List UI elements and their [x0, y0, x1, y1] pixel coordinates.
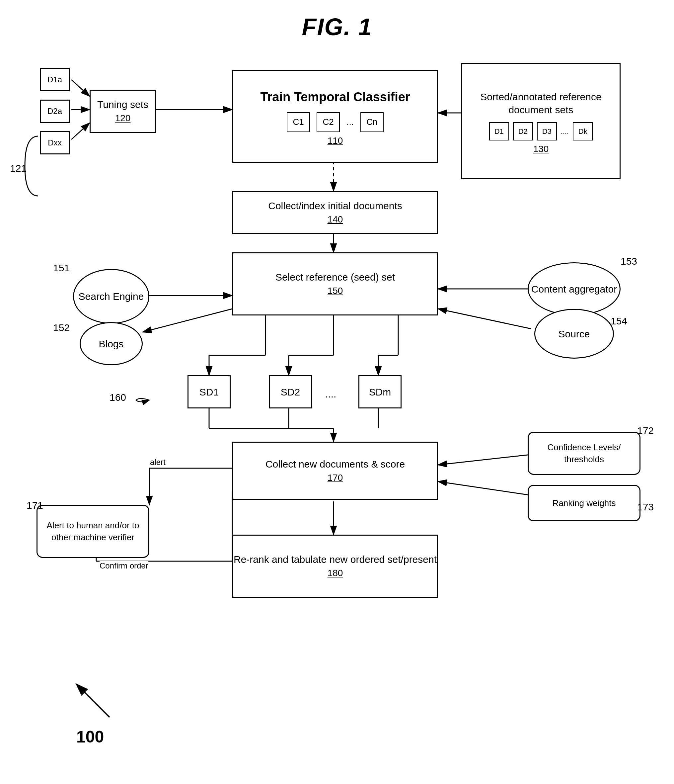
train-classifier-box: Train Temporal Classifier C1 C2 ... Cn 1… — [232, 70, 438, 163]
alert-ref: 171 — [26, 500, 43, 511]
collect-index-box: Collect/index initial documents 140 — [232, 191, 438, 234]
collect-score-box: Collect new documents & score 170 — [232, 442, 438, 500]
confirm-order-label: Confirm order — [99, 561, 148, 571]
sdm-box: SDm — [359, 375, 402, 408]
ranking-ref: 173 — [637, 501, 654, 513]
source-oval: Source — [534, 309, 614, 359]
svg-line-29 — [438, 482, 528, 495]
sorted-ref-box: Sorted/annotated reference document sets… — [461, 63, 621, 179]
svg-line-6 — [71, 80, 90, 96]
d2a-box: D2a — [40, 100, 70, 123]
sd-ref-num: 160 — [110, 392, 126, 403]
main-ref-arrow — [66, 674, 116, 725]
confidence-levels-box: Confidence Levels/ thresholds — [528, 432, 640, 475]
search-engine-ref: 151 — [53, 262, 70, 274]
svg-line-13 — [438, 309, 531, 329]
sd-ref-label — [133, 395, 153, 408]
search-engine-oval: Search Engine — [73, 269, 149, 324]
svg-line-11 — [143, 309, 232, 332]
source-ref: 154 — [610, 316, 627, 327]
blogs-oval: Blogs — [80, 322, 143, 365]
d-ref-num: 121 — [10, 163, 26, 174]
svg-line-28 — [438, 455, 528, 465]
tuning-sets-box: Tuning sets 120 — [90, 90, 156, 133]
main-ref-num: 100 — [76, 727, 104, 747]
svg-line-36 — [76, 684, 110, 717]
select-reference-box: Select reference (seed) set 150 — [232, 252, 438, 316]
sd2-box: SD2 — [269, 375, 312, 408]
content-aggregator-ref: 153 — [621, 256, 637, 267]
alert-label: alert — [150, 457, 166, 467]
content-aggregator-oval: Content aggregator — [528, 262, 621, 316]
confidence-ref: 172 — [637, 425, 654, 436]
alert-box: Alert to human and/or to other machine v… — [37, 505, 149, 558]
ranking-weights-box: Ranking weights — [528, 485, 640, 521]
fig-title: FIG. 1 — [0, 0, 674, 40]
svg-line-8 — [71, 123, 90, 140]
d1a-box: D1a — [40, 68, 70, 91]
sd1-box: SD1 — [188, 375, 231, 408]
rerank-box: Re-rank and tabulate new ordered set/pre… — [232, 535, 438, 598]
sd-dots: .... — [325, 389, 336, 400]
blogs-ref: 152 — [53, 322, 70, 333]
